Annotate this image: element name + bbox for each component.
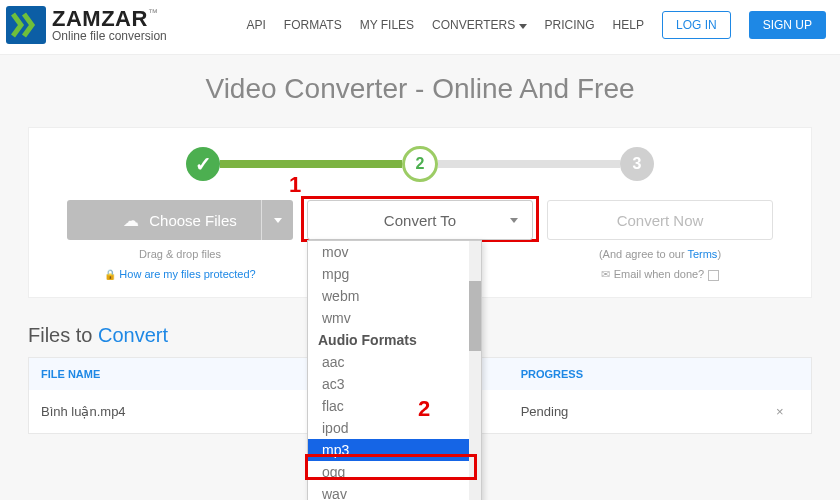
nav-formats[interactable]: FORMATS [284,18,342,32]
logo-icon [6,6,46,44]
format-option-mov[interactable]: mov [308,241,481,263]
convert-to-col: 1 Convert To mov mpg webm wmv Audio Form… [307,200,533,281]
check-icon: ✓ [195,152,212,176]
nav-api[interactable]: API [247,18,266,32]
format-group-audio: Audio Formats [308,329,481,351]
files-protected-link[interactable]: 🔒How are my files protected? [67,268,293,280]
upload-icon: ☁ [123,211,139,230]
terms-link[interactable]: Terms [687,248,717,260]
format-option-flac[interactable]: flac [308,395,481,417]
email-when-done[interactable]: ✉Email when done? [547,268,773,281]
scrollbar-track[interactable] [469,241,481,500]
col-remove [748,358,811,390]
format-option-ipod[interactable]: ipod [308,417,481,439]
page-title: Video Converter - Online And Free [0,73,840,105]
login-button[interactable]: LOG IN [662,11,731,39]
top-nav: ZAMZAR™ Online file conversion API FORMA… [0,0,840,55]
scrollbar-thumb[interactable] [469,281,481,351]
chevron-down-icon [274,218,282,223]
step-2: 2 [402,146,438,182]
cell-progress: Pending [509,390,749,433]
choose-files-dropdown-toggle[interactable] [261,200,293,240]
progress-bar-2 [438,160,620,168]
annotation-2: 2 [418,396,430,422]
step-3: 3 [620,147,654,181]
conversion-panel: ✓ 2 3 ☁ Choose Files Drag & drop files 🔒… [28,127,812,298]
choose-files-button[interactable]: ☁ Choose Files [67,200,293,240]
format-option-aac[interactable]: aac [308,351,481,373]
mail-icon: ✉ [601,268,610,280]
nav-links: API FORMATS MY FILES CONVERTERS PRICING … [247,11,826,39]
nav-myfiles[interactable]: MY FILES [360,18,414,32]
format-option-wmv[interactable]: wmv [308,307,481,329]
format-option-ac3[interactable]: ac3 [308,373,481,395]
format-dropdown: mov mpg webm wmv Audio Formats aac ac3 f… [307,240,482,500]
convert-to-button[interactable]: Convert To [307,200,533,240]
convert-now-col: Convert Now (And agree to our Terms) ✉Em… [547,200,773,281]
chevron-down-icon [519,24,527,29]
signup-button[interactable]: SIGN UP [749,11,826,39]
choose-files-col: ☁ Choose Files Drag & drop files 🔒How ar… [67,200,293,281]
choose-files-label: Choose Files [149,212,237,229]
convert-to-label: Convert To [384,212,456,229]
trademark: ™ [148,7,158,18]
lock-icon: 🔒 [104,269,116,280]
chevron-down-icon [510,218,518,223]
brand-name: ZAMZAR [52,6,148,31]
brand-text: ZAMZAR™ Online file conversion [52,8,167,42]
convert-now-label: Convert Now [617,212,704,229]
terms-note: (And agree to our Terms) [547,248,773,260]
annotation-1: 1 [289,172,301,198]
logo[interactable]: ZAMZAR™ Online file conversion [6,6,167,44]
email-checkbox[interactable] [708,270,719,281]
step-indicator: ✓ 2 3 [39,146,801,182]
format-option-wav[interactable]: wav [308,483,481,500]
nav-help[interactable]: HELP [613,18,644,32]
col-progress: PROGRESS [509,358,749,390]
brand-tagline: Online file conversion [52,30,167,42]
format-option-ogg[interactable]: ogg [308,461,481,483]
remove-file-button[interactable]: × [748,390,811,433]
format-option-mpg[interactable]: mpg [308,263,481,285]
progress-bar-1 [220,160,402,168]
nav-converters[interactable]: CONVERTERS [432,18,526,32]
drag-drop-hint: Drag & drop files [67,248,293,260]
step-1: ✓ [186,147,220,181]
format-option-webm[interactable]: webm [308,285,481,307]
nav-pricing[interactable]: PRICING [545,18,595,32]
convert-now-button[interactable]: Convert Now [547,200,773,240]
format-option-mp3[interactable]: mp3 [308,439,481,461]
